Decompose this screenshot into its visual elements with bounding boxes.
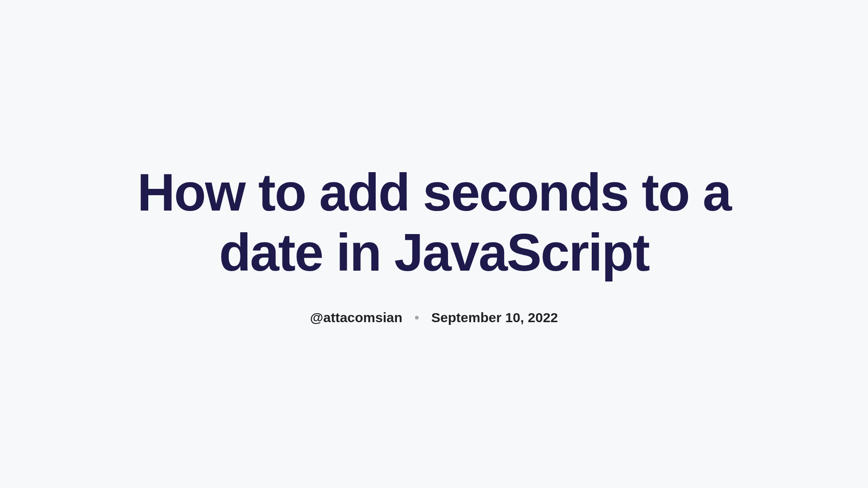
article-header: How to add seconds to a date in JavaScri… <box>118 163 750 326</box>
author-handle: @attacomsian <box>310 310 402 325</box>
separator-dot <box>415 316 419 319</box>
publish-date: September 10, 2022 <box>431 310 558 325</box>
article-title: How to add seconds to a date in JavaScri… <box>136 163 732 283</box>
article-meta: @attacomsian September 10, 2022 <box>136 310 732 325</box>
